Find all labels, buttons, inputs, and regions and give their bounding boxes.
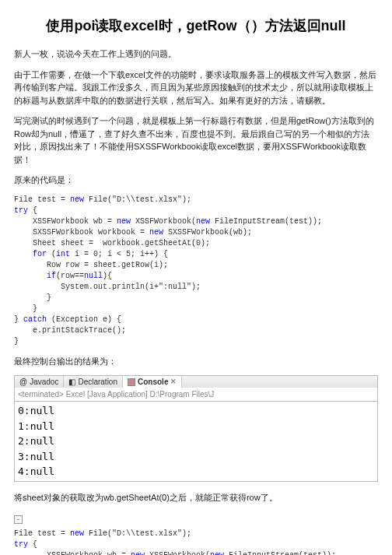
- page-title: 使用poi读取excel时，getRow（）方法返回null: [14, 16, 378, 37]
- terminated-line: <terminated> Excel [Java Application] D:…: [14, 388, 378, 402]
- requirement-paragraph: 由于工作需要，在做一个下载excel文件的功能时，要求读取服务器上的模板文件写入…: [14, 68, 378, 107]
- final-output-label: 最终控制台输出的结果为：: [14, 355, 378, 368]
- close-icon[interactable]: ✕: [170, 377, 177, 388]
- code-block-2: File test = new File("D:\\test.xlsx"); t…: [14, 529, 378, 555]
- intro-paragraph: 新人一枚，说说今天在工作上遇到的问题。: [14, 47, 378, 61]
- code-block-1: File test = new File("D:\\test.xlsx"); t…: [14, 195, 378, 347]
- tab-console[interactable]: Console✕: [123, 376, 182, 388]
- console-icon: [128, 378, 135, 386]
- after-change-paragraph: 将sheet对象的获取改为wb.getSheetAt(0)之后，就能正常获得ro…: [14, 491, 378, 504]
- ide-panel-1: @Javadoc ◧Declaration Console✕ <terminat…: [14, 375, 378, 482]
- declaration-icon: ◧: [68, 376, 75, 388]
- original-code-label: 原来的代码是：: [14, 174, 378, 187]
- code-expander[interactable]: -: [14, 515, 23, 524]
- ide-tabs: @Javadoc ◧Declaration Console✕: [14, 375, 378, 388]
- console-output-1: 0:null 1:null 2:null 3:null 4:null: [14, 402, 378, 482]
- tab-declaration[interactable]: ◧Declaration: [64, 376, 123, 388]
- problem-paragraph: 写完测试的时候遇到了一个问题，就是模板上第一行标题行有数据，但是用getRow(…: [14, 114, 378, 166]
- tab-javadoc[interactable]: @Javadoc: [15, 376, 64, 388]
- javadoc-icon: @: [19, 376, 27, 388]
